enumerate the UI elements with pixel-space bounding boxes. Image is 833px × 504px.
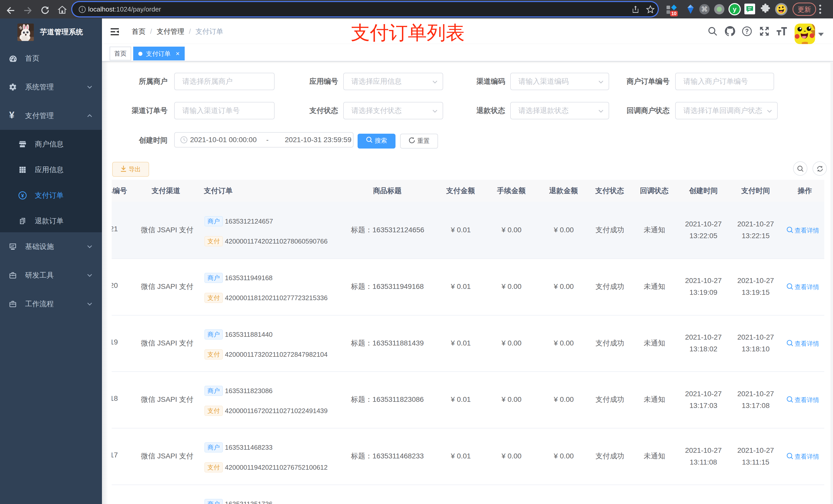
svg-text:¥: ¥ (21, 193, 24, 198)
svg-text:10: 10 (671, 11, 676, 16)
